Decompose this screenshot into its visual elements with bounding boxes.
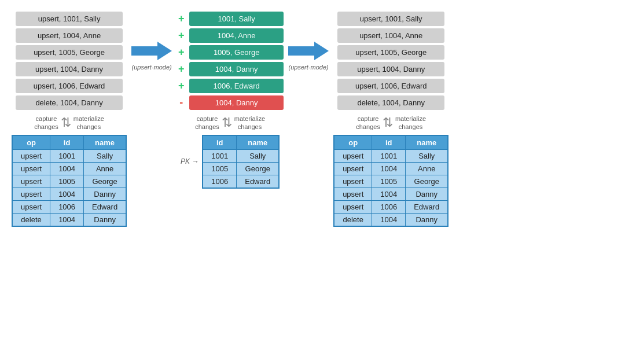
table-cell: upsert — [12, 200, 50, 213]
table-row: upsert1005George — [12, 175, 126, 187]
table-row: upsert1001Sally — [334, 149, 448, 162]
table-cell: upsert — [334, 149, 372, 162]
list-item: upsert, 1004, Anne — [337, 28, 444, 43]
table-cell: 1004 — [372, 187, 406, 200]
middle-column: +1001, Sally+1004, Anne+1005, George+100… — [177, 12, 284, 191]
list-item: +1006, Edward — [177, 79, 284, 93]
table-row: 1005George — [203, 162, 279, 175]
table-cell: upsert — [12, 187, 50, 200]
table-cell: 1001 — [372, 149, 406, 162]
table-cell: 1004 — [50, 162, 84, 175]
arrow-middle-to-right: (upsert-mode) — [288, 41, 329, 71]
table-header-cell: name — [406, 135, 448, 150]
svg-marker-0 — [131, 42, 172, 60]
middle-table-head: idname — [203, 135, 279, 150]
list-item: upsert, 1001, Sally — [337, 12, 444, 26]
middle-capture-label: capturechanges — [195, 115, 219, 131]
left-table: opidname upsert1001Sallyupsert1004Anneup… — [12, 135, 127, 227]
left-column: upsert, 1001, Sallyupsert, 1004, Anneups… — [12, 12, 127, 227]
table-cell: Sally — [237, 149, 280, 162]
changelog-middle-cell: 1005, George — [189, 45, 284, 60]
right-table-head: opidname — [334, 135, 448, 150]
middle-table-header-row: idname — [203, 135, 279, 150]
table-row: 1001Sally — [203, 149, 279, 162]
table-cell: Danny — [84, 187, 127, 200]
right-table: opidname upsert1001Sallyupsert1004Anneup… — [333, 135, 448, 227]
table-cell: Danny — [84, 213, 127, 226]
minus-sign: - — [177, 97, 186, 109]
table-cell: upsert — [334, 175, 372, 187]
list-item: upsert, 1005, George — [16, 45, 123, 60]
big-arrow-right-icon — [288, 41, 329, 61]
list-item: +1005, George — [177, 45, 284, 60]
list-item: upsert, 1001, Sally — [16, 12, 123, 26]
table-row: upsert1006Edward — [12, 200, 126, 213]
table-row: delete1004Danny — [12, 213, 126, 226]
table-header-cell: op — [12, 135, 50, 150]
right-table-header-row: opidname — [334, 135, 448, 150]
table-cell: 1005 — [372, 175, 406, 187]
table-cell: Anne — [406, 162, 448, 175]
list-item: upsert, 1004, Anne — [16, 28, 123, 43]
table-row: upsert1004Danny — [12, 187, 126, 200]
table-cell: George — [406, 175, 448, 187]
changelog-middle-cell: 1004, Danny — [189, 62, 284, 76]
plus-sign: + — [177, 80, 186, 92]
left-table-body: upsert1001Sallyupsert1004Anneupsert1005G… — [12, 149, 126, 226]
table-cell: Edward — [406, 200, 448, 213]
middle-table: idname 1001Sally1005George1006Edward — [202, 135, 280, 189]
list-item: +1004, Anne — [177, 28, 284, 43]
changelog-middle-cell: 1004, Anne — [189, 28, 284, 43]
right-capture-label: capturechanges — [356, 115, 380, 131]
table-cell: upsert — [334, 187, 372, 200]
table-cell: upsert — [12, 162, 50, 175]
middle-materialize-label: materializechanges — [234, 115, 265, 131]
table-cell: upsert — [12, 175, 50, 187]
middle-vert-arrows: capturechanges ⇅ materializechanges — [195, 115, 265, 131]
arrow-left-label: (upsert-mode) — [132, 64, 172, 71]
table-cell: Edward — [84, 200, 127, 213]
plus-sign: + — [177, 30, 186, 42]
list-item: +1001, Sally — [177, 12, 284, 26]
table-cell: 1006 — [372, 200, 406, 213]
table-cell: 1006 — [203, 175, 236, 188]
changelog-middle-cell: 1004, Danny — [189, 95, 284, 110]
left-materialize-label: materializechanges — [73, 115, 104, 131]
table-row: upsert1001Sally — [12, 149, 126, 162]
table-cell: 1005 — [50, 175, 84, 187]
middle-vert-arrow-icon: ⇅ — [222, 115, 232, 130]
list-item: -1004, Danny — [177, 95, 284, 110]
table-cell: 1004 — [50, 187, 84, 200]
table-row: upsert1006Edward — [334, 200, 448, 213]
table-cell: 1005 — [203, 162, 236, 175]
table-cell: Sally — [406, 149, 448, 162]
table-row: upsert1005George — [334, 175, 448, 187]
table-header-cell: name — [237, 135, 280, 150]
left-vert-arrows: capturechanges ⇅ materializechanges — [34, 115, 104, 131]
table-header-cell: id — [50, 135, 84, 150]
right-vert-arrow-icon: ⇅ — [383, 115, 393, 130]
list-item: upsert, 1006, Edward — [337, 79, 444, 93]
plus-sign: + — [177, 13, 186, 25]
list-item: delete, 1004, Danny — [337, 95, 444, 110]
table-cell: upsert — [334, 200, 372, 213]
table-header-cell: id — [372, 135, 406, 150]
table-row: delete1004Danny — [334, 213, 448, 226]
table-row: upsert1004Danny — [334, 187, 448, 200]
middle-changelog: +1001, Sally+1004, Anne+1005, George+100… — [177, 12, 284, 110]
table-cell: Edward — [237, 175, 280, 188]
table-cell: upsert — [334, 162, 372, 175]
left-table-head: opidname — [12, 135, 126, 150]
table-row: upsert1004Anne — [12, 162, 126, 175]
pk-label: PK → — [181, 157, 198, 166]
arrow-left-to-middle: (upsert-mode) — [131, 41, 172, 71]
svg-marker-1 — [288, 42, 329, 60]
right-column: upsert, 1001, Sallyupsert, 1004, Anneups… — [333, 12, 448, 227]
table-header-cell: id — [203, 135, 236, 150]
right-materialize-label: materializechanges — [395, 115, 426, 131]
big-arrow-left-icon — [131, 41, 172, 61]
table-cell: 1004 — [372, 162, 406, 175]
list-item: delete, 1004, Danny — [16, 95, 123, 110]
right-table-body: upsert1001Sallyupsert1004Anneupsert1005G… — [334, 149, 448, 226]
right-changelog: upsert, 1001, Sallyupsert, 1004, Anneups… — [337, 12, 444, 110]
